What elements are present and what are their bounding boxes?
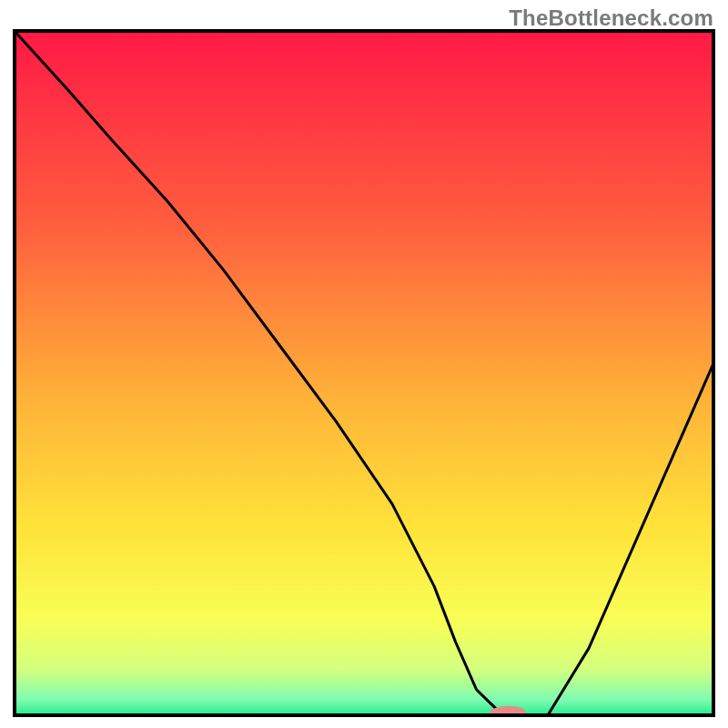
chart-frame (13, 29, 715, 717)
watermark-text: TheBottleneck.com (509, 5, 713, 31)
gradient-fill (13, 29, 715, 717)
chart-svg (13, 29, 715, 717)
